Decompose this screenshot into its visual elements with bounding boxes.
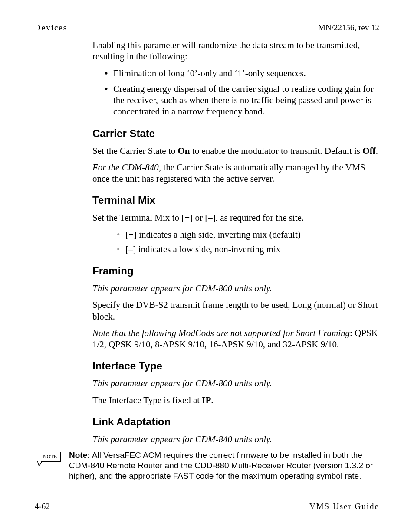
link-adaptation-p1-em: This parameter appears for CDM-840 units… (92, 434, 272, 444)
interface-type-ip: IP (202, 395, 211, 405)
terminal-mix-p1-pre: Set the Terminal Mix to [ (92, 212, 184, 223)
heading-terminal-mix: Terminal Mix (92, 194, 379, 207)
carrier-state-p2-em: For the CDM-840 (92, 162, 159, 173)
note-block: NOTE Note: All VersaFEC ACM requires the… (35, 450, 379, 481)
framing-p2: Specify the DVB-S2 transmit frame length… (92, 299, 379, 322)
carrier-state-p1: Set the Carrier State to On to enable th… (92, 145, 379, 157)
intro-bullets: Elimination of long ‘0’-only and ‘1’-onl… (92, 68, 379, 117)
framing-p1: This parameter appears for CDM-800 units… (92, 283, 379, 294)
carrier-state-p1-post: . (376, 146, 378, 156)
interface-type-p2-post: . (211, 395, 213, 405)
link-adaptation-p1: This parameter appears for CDM-840 units… (92, 434, 379, 445)
carrier-state-p1-mid: to enable the modulator to transmit. Def… (190, 146, 363, 156)
terminal-mix-item-2: [–] indicates a low side, non-inverting … (117, 244, 379, 255)
terminal-mix-p1-mid: ] or [ (190, 212, 208, 223)
svg-marker-0 (37, 461, 43, 466)
note-triangle-icon (37, 461, 65, 467)
note-text: Note: All VersaFEC ACM requires the corr… (69, 450, 379, 481)
main-content: Enabling this parameter will randomize t… (92, 39, 379, 481)
terminal-mix-item-1: [+] indicates a high side, inverting mix… (117, 229, 379, 240)
running-header-left: Devices (35, 23, 67, 33)
heading-carrier-state: Carrier State (92, 127, 379, 140)
framing-p1-em: This parameter appears for CDM-800 units… (92, 283, 272, 294)
terminal-mix-list: [+] indicates a high side, inverting mix… (92, 229, 379, 255)
terminal-mix-minus: – (208, 212, 213, 223)
terminal-mix-p1: Set the Terminal Mix to [+] or [–], as r… (92, 212, 379, 223)
intro-bullet-2: Creating energy dispersal of the carrier… (105, 83, 379, 117)
framing-p3: Note that the following ModCods are not … (92, 327, 379, 350)
footer-guide-title: VMS User Guide (309, 502, 379, 511)
interface-type-p2: The Interface Type is fixed at IP. (92, 395, 379, 406)
note-icon: NOTE (35, 452, 62, 468)
terminal-mix-p1-post: ], as required for the site. (213, 212, 304, 223)
note-lead: Note: (69, 450, 90, 460)
footer-page-number: 4-62 (35, 502, 50, 511)
heading-interface-type: Interface Type (92, 359, 379, 372)
framing-p3-em: Note that the following ModCods are not … (92, 328, 350, 338)
intro-bullet-1: Elimination of long ‘0’-only and ‘1’-onl… (105, 68, 379, 79)
carrier-state-p2: For the CDM-840, the Carrier State is au… (92, 162, 379, 185)
running-header-right: MN/22156, rev 12 (318, 23, 379, 33)
heading-link-adaptation: Link Adaptation (92, 415, 379, 428)
carrier-state-off: Off (362, 146, 375, 156)
note-body: All VersaFEC ACM requires the correct fi… (69, 450, 373, 480)
heading-framing: Framing (92, 264, 379, 277)
terminal-mix-plus: + (184, 212, 190, 223)
carrier-state-p1-pre: Set the Carrier State to (92, 146, 178, 156)
intro-paragraph: Enabling this parameter will randomize t… (92, 39, 379, 62)
carrier-state-on: On (178, 146, 190, 156)
note-icon-label: NOTE (41, 452, 61, 462)
interface-type-p1: This parameter appears for CDM-800 units… (92, 378, 379, 389)
interface-type-p1-em: This parameter appears for CDM-800 units… (92, 378, 272, 388)
interface-type-p2-pre: The Interface Type is fixed at (92, 395, 202, 405)
